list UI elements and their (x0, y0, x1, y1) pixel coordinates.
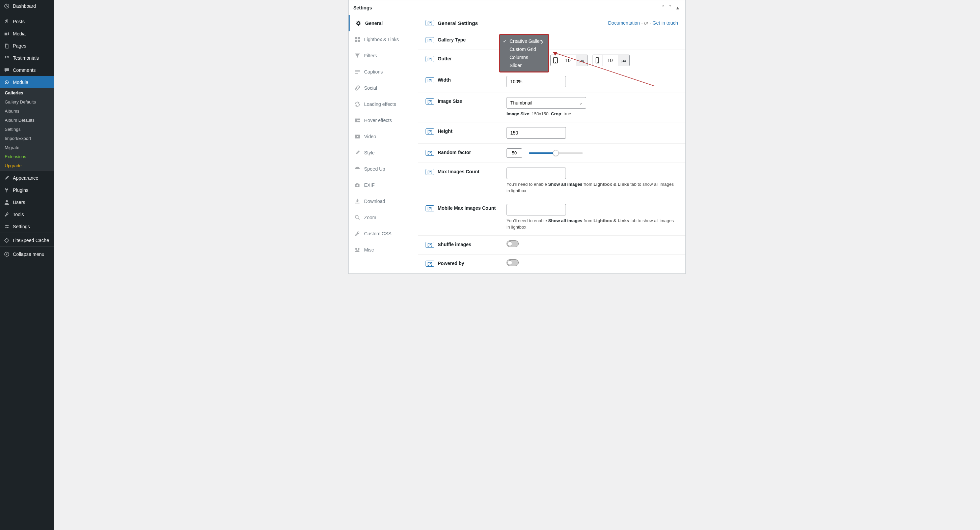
user-icon (3, 199, 10, 206)
tab-social[interactable]: Social (348, 80, 418, 96)
random-input[interactable] (506, 148, 522, 158)
tab-general[interactable]: General (348, 15, 418, 31)
tab-label: Video (364, 134, 376, 139)
submenu-settings[interactable]: Settings (0, 125, 54, 134)
dashboard-icon (3, 3, 10, 10)
menu-collapse[interactable]: Collapse menu (0, 248, 54, 260)
svg-rect-10 (355, 37, 357, 39)
gauge-icon (354, 165, 361, 172)
panel-down-icon[interactable]: ˅ (667, 5, 673, 11)
camera-icon (354, 182, 361, 189)
plug-icon (3, 187, 10, 194)
tab-filters[interactable]: Filters (348, 48, 418, 64)
menu-dashboard[interactable]: Dashboard (0, 0, 54, 12)
tab-label: Social (364, 85, 377, 91)
svg-rect-15 (355, 71, 360, 72)
tablet-icon (551, 55, 560, 66)
gutter-mobile: px (593, 55, 630, 66)
tab-captions[interactable]: Captions (348, 64, 418, 80)
help-icon[interactable]: [?] (426, 77, 434, 83)
menu-tools[interactable]: Tools (0, 208, 54, 221)
field-shuffle: [?]Shuffle images (418, 236, 686, 255)
menu-pages[interactable]: Pages (0, 40, 54, 52)
submenu-galleries[interactable]: Galleries (0, 88, 54, 97)
field-label: Gutter (438, 56, 452, 61)
tab-misc[interactable]: Misc (348, 242, 418, 258)
wp-admin-sidebar: Dashboard Posts Media Pages Testimonials… (0, 0, 54, 530)
menu-plugins[interactable]: Plugins (0, 184, 54, 196)
tab-label: Filters (364, 53, 377, 58)
menu-modula[interactable]: Modula (0, 76, 54, 88)
tab-label: Misc (364, 247, 374, 252)
gutter-tablet-input[interactable] (560, 55, 576, 66)
unit-label: px (576, 55, 587, 66)
height-input[interactable] (506, 127, 566, 138)
submenu-album-defaults[interactable]: Album Defaults (0, 116, 54, 125)
submenu-migrate[interactable]: Migrate (0, 143, 54, 152)
width-input[interactable] (506, 76, 566, 87)
submenu-upgrade[interactable]: Upgrade (0, 161, 54, 170)
option-creative-gallery[interactable]: Creative Gallery (500, 37, 548, 45)
gutter-mobile-input[interactable] (602, 55, 618, 66)
svg-rect-22 (355, 203, 360, 204)
menu-comments[interactable]: Comments (0, 64, 54, 76)
menu-posts[interactable]: Posts (0, 16, 54, 28)
image-size-select[interactable]: Thumbnail (506, 97, 586, 109)
tab-loading[interactable]: Loading effects (348, 96, 418, 112)
option-columns[interactable]: Columns (500, 53, 548, 61)
tab-speedup[interactable]: Speed Up (348, 161, 418, 177)
quote-icon (3, 55, 10, 61)
gutter-tablet: px (550, 55, 588, 66)
tab-hover[interactable]: Hover effects (348, 112, 418, 129)
powered-toggle[interactable] (506, 259, 519, 266)
help-icon[interactable]: [?] (426, 205, 434, 211)
zoom-icon (354, 214, 361, 221)
max-images-input[interactable] (506, 168, 566, 179)
help-icon[interactable]: [?] (426, 20, 434, 26)
content-title: General Settings (438, 20, 478, 26)
tab-customcss[interactable]: Custom CSS (348, 225, 418, 242)
menu-media[interactable]: Media (0, 28, 54, 40)
help-icon[interactable]: [?] (426, 37, 434, 43)
field-height: [?]Height (418, 122, 686, 144)
menu-users[interactable]: Users (0, 196, 54, 208)
help-icon[interactable]: [?] (426, 150, 434, 156)
documentation-link[interactable]: Documentation (608, 20, 640, 25)
tab-zoom[interactable]: Zoom (348, 209, 418, 225)
help-icon[interactable]: [?] (426, 169, 434, 175)
shuffle-toggle[interactable] (506, 240, 519, 247)
submenu-import-export[interactable]: Import/Export (0, 134, 54, 143)
help-icon[interactable]: [?] (426, 260, 434, 267)
tab-label: Captions (364, 69, 383, 75)
help-icon[interactable]: [?] (426, 56, 434, 62)
tab-exif[interactable]: EXIF (348, 177, 418, 193)
help-icon[interactable]: [?] (426, 242, 434, 248)
submenu-albums[interactable]: Albums (0, 106, 54, 116)
field-label: Shuffle images (438, 242, 471, 247)
mobile-max-input[interactable] (506, 204, 566, 216)
option-slider[interactable]: Slider (500, 61, 548, 70)
help-icon[interactable]: [?] (426, 98, 434, 105)
tab-style[interactable]: Style (348, 144, 418, 161)
menu-settings[interactable]: Settings (0, 221, 54, 233)
option-custom-grid[interactable]: Custom Grid (500, 45, 548, 53)
menu-testimonials[interactable]: Testimonials (0, 52, 54, 64)
tab-video[interactable]: Video (348, 129, 418, 144)
submenu-gallery-defaults[interactable]: Gallery Defaults (0, 97, 54, 106)
grid-icon (354, 36, 361, 43)
panel-up-icon[interactable]: ˄ (660, 5, 666, 11)
submenu-extensions[interactable]: Extensions (0, 152, 54, 161)
random-slider[interactable] (529, 152, 583, 154)
contact-link[interactable]: Get in touch (653, 20, 678, 25)
menu-litespeed[interactable]: LiteSpeed Cache (0, 234, 54, 246)
refresh-icon (354, 101, 361, 108)
settings-panel: Settings ˄ ˅ ▴ General Lightbox & Links … (348, 0, 686, 274)
svg-point-21 (356, 184, 358, 186)
field-random: [?]Random factor (418, 144, 686, 163)
tab-label: Hover effects (364, 117, 392, 123)
panel-collapse-icon[interactable]: ▴ (675, 5, 681, 11)
tab-download[interactable]: Download (348, 193, 418, 209)
tab-lightbox[interactable]: Lightbox & Links (348, 31, 418, 48)
menu-appearance[interactable]: Appearance (0, 172, 54, 184)
help-icon[interactable]: [?] (426, 129, 434, 135)
